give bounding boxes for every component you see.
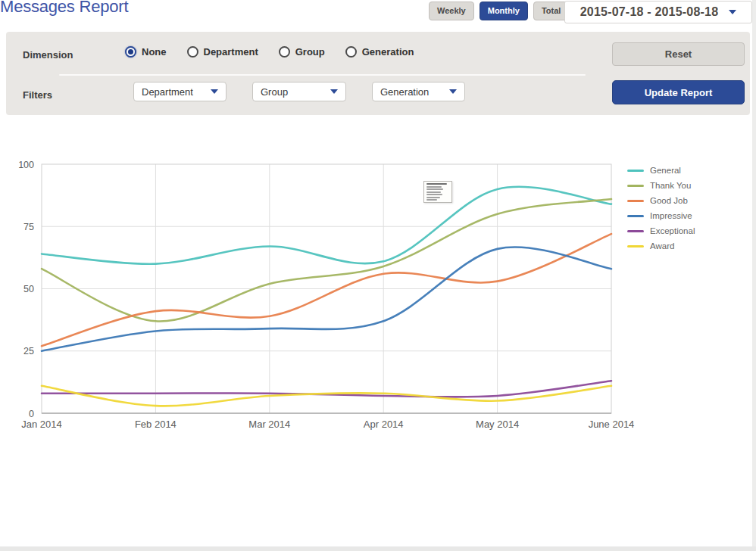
messages-chart[interactable]: 0255075100Jan 2014Feb 2014Mar 2014Apr 20…: [15, 154, 621, 438]
radio-icon: [125, 46, 136, 58]
dimension-radio-group: None Department Group Generation: [125, 46, 414, 58]
y-tick-label: 25: [23, 346, 34, 356]
x-tick-label: Feb 2014: [135, 419, 177, 430]
legend-swatch: [627, 185, 644, 187]
messages-report-page: Messages Report Weekly Monthly Total 201…: [0, 0, 756, 551]
filter-select-generation[interactable]: Generation: [372, 82, 465, 101]
chart-legend: GeneralThank YouGood JobImpressiveExcept…: [627, 163, 695, 254]
legend-swatch: [627, 200, 644, 202]
tab-weekly[interactable]: Weekly: [429, 2, 474, 20]
radio-none[interactable]: None: [125, 46, 167, 58]
y-tick-label: 100: [18, 160, 34, 170]
legend-item-good-job: Good Job: [627, 193, 695, 208]
chevron-down-icon: [729, 10, 736, 14]
screen-edge: [0, 546, 756, 551]
x-tick-label: June 2014: [589, 419, 635, 430]
radio-department[interactable]: Department: [187, 46, 258, 58]
x-tick-label: Apr 2014: [364, 419, 404, 430]
radio-generation[interactable]: Generation: [345, 46, 414, 58]
x-tick-label: Mar 2014: [248, 419, 290, 430]
x-tick-label: Jan 2014: [21, 419, 62, 430]
tab-monthly[interactable]: Monthly: [480, 2, 528, 20]
chevron-down-icon: [449, 89, 457, 94]
dimension-label: Dimension: [23, 49, 73, 61]
filter-panel: Dimension None Department Group Generati…: [6, 32, 750, 115]
series-line-general: [42, 187, 611, 264]
series-line-thank-you: [42, 199, 611, 321]
x-tick-label: May 2014: [476, 419, 519, 430]
legend-item-impressive: Impressive: [627, 208, 695, 223]
legend-label: General: [650, 166, 681, 175]
legend-item-thank-you: Thank You: [627, 178, 695, 193]
filter-select-group[interactable]: Group: [252, 82, 346, 101]
panel-divider: [59, 74, 586, 76]
legend-swatch: [627, 215, 644, 217]
update-report-button[interactable]: Update Report: [612, 80, 745, 104]
radio-icon: [279, 46, 290, 58]
filters-label: Filters: [23, 89, 52, 101]
filter-select-department[interactable]: Department: [133, 82, 226, 101]
legend-swatch: [627, 245, 644, 247]
legend-item-award: Award: [627, 238, 695, 254]
legend-label: Thank You: [650, 181, 691, 190]
legend-label: Exceptional: [650, 226, 695, 235]
radio-group[interactable]: Group: [279, 46, 325, 58]
legend-item-exceptional: Exceptional: [627, 223, 695, 238]
legend-label: Impressive: [650, 211, 692, 220]
date-range-value: 2015-07-18 - 2015-08-18: [580, 5, 719, 19]
screen-edge: [752, 0, 756, 551]
page-title: Messages Report: [0, 0, 128, 17]
period-toggle-group: Weekly Monthly Total: [429, 2, 569, 20]
date-range-select[interactable]: 2015-07-18 - 2015-08-18: [564, 1, 752, 23]
series-line-award: [42, 386, 611, 406]
y-tick-label: 0: [29, 409, 34, 419]
y-tick-label: 50: [23, 284, 34, 294]
chevron-down-icon: [330, 89, 338, 94]
legend-swatch: [627, 230, 644, 232]
chart-tooltip: [423, 181, 452, 203]
radio-icon: [187, 46, 198, 58]
radio-icon: [345, 46, 357, 58]
series-line-exceptional: [42, 381, 611, 397]
legend-label: Good Job: [650, 196, 688, 205]
reset-button[interactable]: Reset: [612, 42, 745, 66]
legend-swatch: [627, 170, 644, 172]
legend-label: Award: [650, 241, 674, 251]
y-tick-label: 75: [23, 222, 34, 232]
chevron-down-icon: [211, 89, 218, 94]
legend-item-general: General: [627, 163, 695, 178]
